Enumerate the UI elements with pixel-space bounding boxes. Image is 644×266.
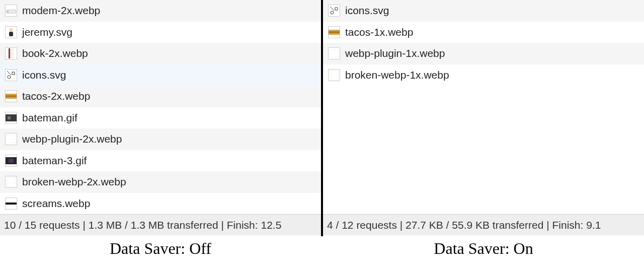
person-icon <box>5 26 17 38</box>
file-name: tacos-2x.webp <box>22 90 90 102</box>
file-row[interactable]: bateman.gif <box>0 107 321 129</box>
file-name: screams.webp <box>22 197 90 210</box>
file-row[interactable]: modem-2x.webp <box>0 0 321 22</box>
summary-bar-off: 10 / 15 requests | 1.3 MB / 1.3 MB trans… <box>0 214 321 235</box>
file-row[interactable]: tacos-2x.webp <box>0 86 321 107</box>
svg-rect-3 <box>9 32 13 36</box>
file-name: tacos-1x.webp <box>345 26 413 38</box>
file-row[interactable]: webp-plugin-2x.webp <box>0 128 321 150</box>
svg-line-6 <box>7 71 11 75</box>
tacos-icon <box>5 90 17 102</box>
svg-rect-4 <box>9 48 10 58</box>
file-row[interactable]: broken-webp-2x.webp <box>0 171 321 193</box>
svg-rect-21 <box>335 8 338 10</box>
svg-rect-18 <box>6 203 17 205</box>
empty-space <box>323 86 644 214</box>
broken-icon <box>328 69 340 81</box>
book-icon <box>5 47 17 59</box>
svg-icon <box>5 69 17 81</box>
svg-rect-5 <box>10 48 14 58</box>
modem-icon <box>5 5 17 17</box>
split-container: modem-2x.webpjeremy.svgbook-2x.webpicons… <box>0 0 644 258</box>
file-name: icons.svg <box>22 69 66 81</box>
summary-bar-on: 4 / 12 requests | 27.7 KB / 55.9 KB tran… <box>323 214 644 235</box>
bar-icon <box>5 197 17 210</box>
file-list-off: modem-2x.webpjeremy.svgbook-2x.webpicons… <box>0 0 321 214</box>
svg-rect-1 <box>7 11 9 12</box>
tacos-icon <box>328 26 340 38</box>
svg-rect-23 <box>329 31 340 33</box>
file-row[interactable]: webp-plugin-1x.webp <box>323 43 644 64</box>
broken-icon <box>5 176 17 188</box>
file-row[interactable]: broken-webp-1x.webp <box>323 64 644 86</box>
file-name: webp-plugin-1x.webp <box>345 47 445 59</box>
dark1-icon <box>5 112 17 124</box>
file-name: bateman-3.gif <box>22 155 87 167</box>
file-name: book-2x.webp <box>22 47 88 59</box>
blank-icon <box>5 133 17 145</box>
svg-rect-15 <box>9 159 14 163</box>
file-row[interactable]: jeremy.svg <box>0 22 321 43</box>
svg-rect-10 <box>6 95 17 97</box>
svg-point-2 <box>10 28 13 31</box>
svg-point-20 <box>331 11 334 14</box>
file-name: broken-webp-1x.webp <box>345 69 449 81</box>
svg-point-7 <box>8 76 11 79</box>
file-name: webp-plugin-2x.webp <box>22 133 122 145</box>
file-list-on: icons.svgtacos-1x.webpwebp-plugin-1x.web… <box>323 0 644 86</box>
dark2-icon <box>5 155 17 167</box>
file-row[interactable]: book-2x.webp <box>0 43 321 64</box>
pane-off: modem-2x.webpjeremy.svgbook-2x.webpicons… <box>0 0 321 258</box>
svg-rect-13 <box>6 135 16 143</box>
svg-icon <box>328 5 340 17</box>
file-name: jeremy.svg <box>22 26 72 38</box>
svg-rect-11 <box>6 114 17 121</box>
file-row[interactable]: icons.svg <box>0 64 321 86</box>
file-row[interactable]: icons.svg <box>323 0 644 22</box>
file-name: modem-2x.webp <box>22 5 100 17</box>
svg-line-19 <box>330 7 334 11</box>
file-name: broken-webp-2x.webp <box>22 176 126 188</box>
file-row[interactable]: screams.webp <box>0 193 321 215</box>
file-name: icons.svg <box>345 5 389 17</box>
blank-icon <box>328 47 340 59</box>
caption-on: Data Saver: On <box>323 235 644 258</box>
svg-rect-12 <box>8 116 11 119</box>
pane-on: icons.svgtacos-1x.webpwebp-plugin-1x.web… <box>323 0 644 258</box>
caption-off: Data Saver: Off <box>0 235 321 258</box>
file-row[interactable]: bateman-3.gif <box>0 150 321 172</box>
file-row[interactable]: tacos-1x.webp <box>323 22 644 43</box>
file-name: bateman.gif <box>22 112 77 124</box>
svg-rect-24 <box>329 49 339 57</box>
svg-rect-8 <box>12 72 15 75</box>
